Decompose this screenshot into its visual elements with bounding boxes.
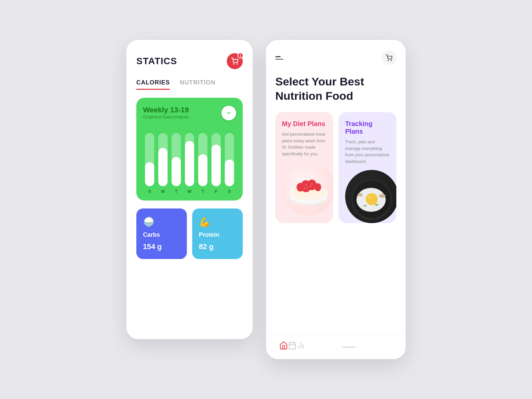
svg-point-3 xyxy=(391,60,392,61)
svg-point-23 xyxy=(379,194,386,198)
bar-track xyxy=(145,133,154,186)
carbs-value: 154 g xyxy=(143,242,180,251)
svg-point-26 xyxy=(363,205,367,207)
left-header: STATICS 1 xyxy=(136,53,243,69)
bar-fill xyxy=(158,148,168,186)
screen-wrapper: STATICS 1 CALORIES NUTRITION Weekly 13-1… xyxy=(100,20,432,379)
bar-track xyxy=(198,133,207,186)
diet-plans-title: My Diet Plans xyxy=(282,120,327,128)
right-content: Select Your Best Nutrition Food My Diet … xyxy=(266,40,406,335)
right-header xyxy=(275,51,396,65)
hamburger-menu-button[interactable] xyxy=(275,56,283,60)
phone-right: Select Your Best Nutrition Food My Diet … xyxy=(266,40,406,359)
strawberry-bowl-image xyxy=(282,162,333,215)
bar-day-label: M xyxy=(161,189,165,194)
bar-fill xyxy=(211,145,221,186)
phone-left: STATICS 1 CALORIES NUTRITION Weekly 13-1… xyxy=(126,40,253,339)
stat-cards: 🍚 Carbs 154 g 💪 Protein 82 g xyxy=(136,208,243,259)
bar-track xyxy=(225,133,234,186)
svg-point-16 xyxy=(312,184,313,185)
carbs-card: 🍚 Carbs 154 g xyxy=(136,208,187,259)
bar-column: W xyxy=(184,133,195,194)
bar-column: F xyxy=(211,133,221,194)
cart-icon-right xyxy=(386,55,392,61)
tracking-plans-title: Tracking Plans xyxy=(345,120,390,135)
svg-point-25 xyxy=(375,204,379,206)
bowl-svg xyxy=(282,162,333,215)
hamburger-line-2 xyxy=(275,59,283,60)
chart-header: Weekly 13-19 Graphical Data Analysis xyxy=(143,106,236,126)
svg-point-12 xyxy=(315,183,321,191)
bar-day-label: T xyxy=(175,189,178,194)
protein-value: 82 g xyxy=(199,242,236,251)
statics-title: STATICS xyxy=(136,56,177,66)
bar-chart-icon xyxy=(297,341,305,350)
tracking-plans-desc: Track, plan and manage everything from y… xyxy=(345,139,390,165)
egg-pan-image xyxy=(345,170,396,223)
cart-badge: 1 xyxy=(237,53,243,59)
diet-plans-card[interactable]: My Diet Plans Get personalized meal plan… xyxy=(275,112,333,223)
protein-icon: 💪 xyxy=(199,216,236,227)
bar-track xyxy=(172,133,181,186)
bar-column: S xyxy=(144,133,155,194)
bar-fill xyxy=(172,157,181,186)
bar-track xyxy=(185,133,194,186)
svg-point-22 xyxy=(368,196,371,199)
tabs: CALORIES NUTRITION xyxy=(136,79,243,90)
bar-fill xyxy=(225,160,234,186)
tab-nutrition[interactable]: NUTRITION xyxy=(180,79,215,90)
bar-column: T xyxy=(198,133,208,194)
svg-point-11 xyxy=(297,183,304,192)
svg-point-17 xyxy=(310,186,311,187)
nav-stats[interactable] xyxy=(297,341,305,350)
bar-column: S xyxy=(224,133,235,194)
bar-day-label: S xyxy=(148,189,151,194)
bar-track xyxy=(158,133,168,186)
chevron-down-button[interactable] xyxy=(221,106,236,120)
carbs-icon: 🍚 xyxy=(143,216,180,227)
bar-day-label: T xyxy=(201,189,204,194)
tracking-plans-card[interactable]: Tracking Plans Track, plan and manage ev… xyxy=(338,112,396,223)
svg-point-2 xyxy=(388,60,389,61)
svg-point-21 xyxy=(366,193,378,205)
food-cards-row: My Diet Plans Get personalized meal plan… xyxy=(275,112,396,223)
bar-day-label: W xyxy=(188,189,192,194)
carbs-label: Carbs xyxy=(143,231,180,238)
svg-point-24 xyxy=(357,193,363,197)
cart-button[interactable]: 1 xyxy=(227,53,243,69)
bar-fill xyxy=(198,154,207,186)
svg-point-14 xyxy=(307,187,308,188)
svg-point-15 xyxy=(304,188,305,189)
page-heading: Select Your Best Nutrition Food xyxy=(275,74,396,103)
bar-track xyxy=(211,133,221,186)
svg-point-1 xyxy=(237,64,237,64)
bottom-nav xyxy=(266,335,406,359)
home-icon xyxy=(279,341,288,350)
cart-icon xyxy=(231,58,238,65)
heading-line1: Select Your Best xyxy=(275,75,364,88)
nav-calendar[interactable] xyxy=(288,341,297,350)
svg-point-13 xyxy=(306,185,307,186)
hamburger-line-1 xyxy=(275,56,281,57)
chevron-down-icon xyxy=(225,110,232,116)
bar-fill xyxy=(185,141,194,186)
bar-day-label: S xyxy=(228,189,231,194)
svg-rect-27 xyxy=(289,342,296,349)
calendar-icon xyxy=(288,341,297,350)
cart-button-right[interactable] xyxy=(382,51,396,65)
protein-card: 💪 Protein 82 g xyxy=(192,208,243,259)
chart-subtitle: Graphical Data Analysis xyxy=(143,114,189,119)
nav-home[interactable] xyxy=(279,341,288,350)
diet-plans-desc: Get personalized meal plans every week f… xyxy=(282,131,327,157)
weekly-label: Weekly 13-19 xyxy=(143,106,189,114)
protein-label: Protein xyxy=(199,231,236,238)
chart-title-block: Weekly 13-19 Graphical Data Analysis xyxy=(143,106,189,126)
heading-line2: Nutrition Food xyxy=(275,89,353,102)
bar-day-label: F xyxy=(215,189,217,194)
tab-calories[interactable]: CALORIES xyxy=(136,79,170,90)
bar-column: M xyxy=(158,133,168,194)
egg-svg xyxy=(345,170,396,223)
bar-column: T xyxy=(171,133,182,194)
home-indicator xyxy=(342,346,355,348)
bar-chart: SMTWTFS xyxy=(143,127,236,194)
